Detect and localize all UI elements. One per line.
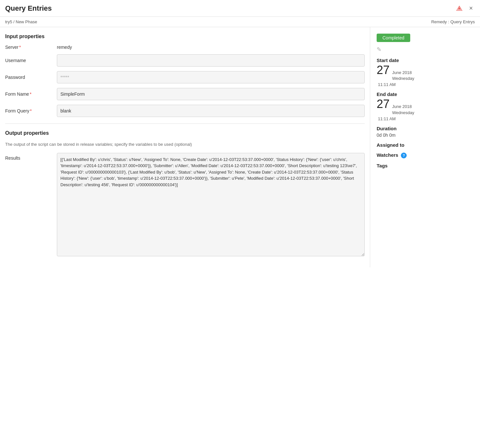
edit-icon[interactable]: ✎ xyxy=(377,46,474,53)
output-properties-title: Output properties xyxy=(5,130,365,136)
input-properties-section: Input properties Server* remedy Username… xyxy=(5,34,365,117)
username-input[interactable] xyxy=(57,54,365,67)
tags-label: Tags xyxy=(377,163,474,168)
server-label: Server* xyxy=(5,45,57,50)
form-query-label: Form Query* xyxy=(5,108,57,113)
results-textarea[interactable]: [{'Last Modified By': u'chris', 'Status'… xyxy=(57,153,365,256)
form-name-row: Form Name* xyxy=(5,88,365,100)
form-name-input[interactable] xyxy=(57,88,365,100)
end-date-time: 11:11 AM xyxy=(378,116,474,121)
password-row: Password xyxy=(5,71,365,83)
status-badge: Completed xyxy=(377,34,410,42)
breadcrumb-context: Remedy : Query Entrys xyxy=(431,19,475,24)
password-label: Password xyxy=(5,75,57,80)
watchers-label: Watchers ? xyxy=(377,152,474,158)
server-row: Server* remedy xyxy=(5,45,365,50)
tags-section: Tags xyxy=(377,163,474,168)
duration-value: 0d 0h 0m xyxy=(377,133,474,138)
username-row: Username xyxy=(5,54,365,67)
page-title: Query Entries xyxy=(5,4,52,13)
output-properties-section: Output properties The output of the scri… xyxy=(5,130,365,256)
left-panel: Input properties Server* remedy Username… xyxy=(0,27,370,267)
output-description: The output of the script can be stored i… xyxy=(5,141,365,148)
assigned-to-section: Assigned to xyxy=(377,142,474,148)
section-divider xyxy=(5,123,365,124)
breadcrumb-bar: try5 / New Phase Remedy : Query Entrys xyxy=(0,17,480,27)
start-date-label: Start date xyxy=(377,58,474,63)
end-date-detail: June 2018 Wednesday xyxy=(392,104,414,115)
bmc-logo: bmc xyxy=(455,5,463,12)
duration-label: Duration xyxy=(377,126,474,131)
results-label: Results xyxy=(5,153,57,161)
right-panel: Completed ✎ Start date 27 June 2018 Wedn… xyxy=(370,27,480,267)
bmc-logo-icon: bmc xyxy=(455,5,463,12)
server-value: remedy xyxy=(57,45,72,50)
start-date-day: 27 xyxy=(377,64,390,76)
input-properties-title: Input properties xyxy=(5,34,365,39)
watchers-section: Watchers ? xyxy=(377,152,474,158)
start-date-time: 11:11 AM xyxy=(378,82,474,87)
end-date-block: 27 June 2018 Wednesday xyxy=(377,98,474,115)
assigned-to-label: Assigned to xyxy=(377,142,474,148)
app-header: Query Entries bmc × xyxy=(0,0,480,17)
duration-section: Duration 0d 0h 0m xyxy=(377,126,474,138)
watchers-help-icon[interactable]: ? xyxy=(401,153,407,158)
form-name-label: Form Name* xyxy=(5,91,57,97)
end-date-section: End date 27 June 2018 Wednesday 11:11 AM xyxy=(377,91,474,121)
header-right: bmc × xyxy=(455,4,475,13)
start-date-block: 27 June 2018 Wednesday xyxy=(377,64,474,81)
breadcrumb-path: try5 / New Phase xyxy=(5,19,37,24)
results-row: Results [{'Last Modified By': u'chris', … xyxy=(5,153,365,256)
end-date-label: End date xyxy=(377,91,474,97)
username-label: Username xyxy=(5,58,57,63)
end-date-day: 27 xyxy=(377,98,390,110)
main-content: Input properties Server* remedy Username… xyxy=(0,27,480,267)
start-date-detail: June 2018 Wednesday xyxy=(392,70,414,81)
password-input[interactable] xyxy=(57,71,365,83)
close-button[interactable]: × xyxy=(467,4,475,13)
svg-text:bmc: bmc xyxy=(458,8,461,10)
start-date-section: Start date 27 June 2018 Wednesday 11:11 … xyxy=(377,58,474,87)
form-query-row: Form Query* xyxy=(5,105,365,117)
form-query-input[interactable] xyxy=(57,105,365,117)
